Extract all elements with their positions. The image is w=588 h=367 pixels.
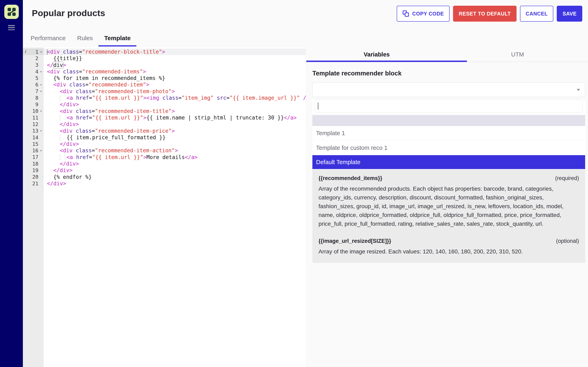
code-line-content[interactable]: {% for item in recommended_items %} [44,75,306,81]
panel-tab-variables[interactable]: Variables [306,48,447,62]
code-line-content[interactable]: <div class="recommended-item-price"> [44,128,306,134]
gutter-line-17[interactable]: 17 [23,154,44,160]
app-logo[interactable] [4,5,19,19]
gutter-line-15[interactable]: 15 [23,141,44,147]
template-search-input[interactable] [315,100,583,113]
hamburger-menu-icon[interactable] [8,25,15,30]
code-line-content[interactable]: <div class="recommender-block-title"> [44,49,306,55]
code-line: 5 {% for item in recommended_items %} [23,75,306,81]
page-title: Popular products [32,8,105,18]
fold-arrow-icon[interactable]: ▾ [38,83,44,87]
template-options: Template 1Template for custom reco 1Defa… [312,115,585,169]
gutter-line-10[interactable]: 10▾ [23,108,44,114]
line-number: 7 [35,88,38,94]
line-number: 18 [32,161,38,167]
save-button-label: SAVE [562,11,577,17]
gutter-line-20[interactable]: 20 [23,174,44,180]
active-tab-underline [306,60,467,62]
fold-arrow-icon[interactable]: ▾ [38,89,44,93]
gutter-line-8[interactable]: 8 [23,95,44,101]
line-number: 5 [35,75,38,81]
app-logo-glyph [7,8,16,16]
code-line-content[interactable]: <a href="{{ item.url }}">More details</a… [44,154,306,160]
copy-icon [402,10,409,17]
gutter-line-12[interactable]: 12 [23,121,44,127]
doc-entry-header: {{image_url_resized[SIZE]}}(optional) [319,238,579,244]
cancel-button[interactable]: CANCEL [520,6,553,22]
code-line: 13▾ <div class="recommended-item-price"> [23,128,306,134]
line-number: 21 [32,181,38,187]
code-line: 10▾ <div class="recommended-item-title"> [23,108,306,114]
gutter-line-5[interactable]: 5 [23,75,44,81]
tab-rules[interactable]: Rules [71,35,99,47]
panel-tab-utm[interactable]: UTM [447,48,588,62]
code-line-content[interactable]: </div> [44,101,306,108]
code-line-content[interactable]: <div class="recommended-items"> [44,68,306,75]
line-number: 12 [32,121,38,127]
copy-button-label: COPY CODE [412,11,444,17]
code-line-content[interactable]: {{ item.price_full_formatted }} [44,134,306,141]
code-line: 19 </div> [23,167,306,174]
gutter-line-21[interactable]: 21 [23,180,44,187]
tab-template[interactable]: Template [98,35,136,47]
code-line: 18 </div> [23,160,306,167]
reset-button[interactable]: RESET TO DEFAULT [453,6,517,22]
code-line-content[interactable]: <div class="recommended-item-photo"> [44,88,306,95]
code-line-content[interactable]: <div class="recommended-item-action"> [44,147,306,154]
code-line-content[interactable]: {% endfor %} [44,174,306,180]
gutter-line-2[interactable]: 2 [23,55,44,62]
code-line-content[interactable]: </div> [44,180,306,187]
fold-arrow-icon[interactable]: ▾ [38,149,44,152]
fold-arrow-icon[interactable]: ▾ [38,50,44,54]
code-line-content[interactable]: <a href="{{ item.url }}"><img class="ite… [44,95,322,101]
doc-requirement-badge: (required) [555,175,579,182]
panel-heading: Template recommender block [312,70,585,77]
gutter-line-16[interactable]: 16▾ [23,147,44,154]
fold-arrow-icon[interactable]: ▾ [38,109,44,113]
gutter-line-9[interactable]: 9 [23,101,44,108]
gutter-line-13[interactable]: 13▾ [23,128,44,134]
code-lines: i1▾<div class="recommender-block-title">… [23,48,306,187]
code-editor[interactable]: i1▾<div class="recommender-block-title">… [23,48,306,367]
line-number: 20 [32,174,38,180]
code-line-content[interactable]: </div> [44,121,306,127]
fold-arrow-icon[interactable]: ▾ [38,70,44,74]
code-line: 3</div> [23,62,306,68]
gutter-line-6[interactable]: 6▾ [23,81,44,88]
tab-performance[interactable]: Performance [25,35,71,47]
template-option[interactable]: Default Template [312,155,585,169]
code-line-content[interactable]: <div class="recommended-item"> [44,81,306,88]
gutter-line-4[interactable]: 4▾ [23,68,44,75]
code-line-content[interactable]: <div class="recommended-item-title"> [44,108,306,114]
template-option[interactable]: Template 1 [312,126,585,141]
gutter-line-7[interactable]: 7▾ [23,88,44,95]
gutter-line-11[interactable]: 11 [23,114,44,121]
copy-button[interactable]: COPY CODE [397,6,450,22]
panel-body: Template recommender block Template 1Tem… [306,70,588,263]
template-option[interactable]: Template for custom reco 1 [312,141,585,155]
template-select[interactable] [312,82,585,97]
line-number: 2 [35,55,38,61]
save-button[interactable]: SAVE [557,6,582,22]
gutter-line-3[interactable]: 3 [23,62,44,68]
code-line-content[interactable]: </div> [44,62,306,68]
code-line-content[interactable]: </div> [44,160,306,167]
code-line: 12 </div> [23,121,306,127]
code-line: 21</div> [23,180,306,187]
code-line-content[interactable]: {{title}} [44,55,306,62]
variable-docs: {{recommended_items}}(required)Array of … [312,169,585,263]
template-option[interactable] [312,115,585,126]
code-line-content[interactable]: </div> [44,167,306,174]
code-line-content[interactable]: <a href="{{ item.url }}">{{ item.name | … [44,114,306,121]
code-line: i1▾<div class="recommender-block-title"> [23,49,306,55]
page-tabs: PerformanceRulesTemplate [25,35,136,47]
code-line-content[interactable]: </div> [44,141,306,147]
fold-arrow-icon[interactable]: ▾ [38,129,44,133]
gutter-line-18[interactable]: 18 [23,160,44,167]
line-number: 15 [32,141,38,147]
code-line: 16▾ <div class="recommended-item-action"… [23,147,306,154]
line-number: 6 [35,82,38,88]
gutter-line-19[interactable]: 19 [23,167,44,174]
gutter-line-1[interactable]: i1▾ [23,49,44,55]
gutter-line-14[interactable]: 14 [23,134,44,141]
